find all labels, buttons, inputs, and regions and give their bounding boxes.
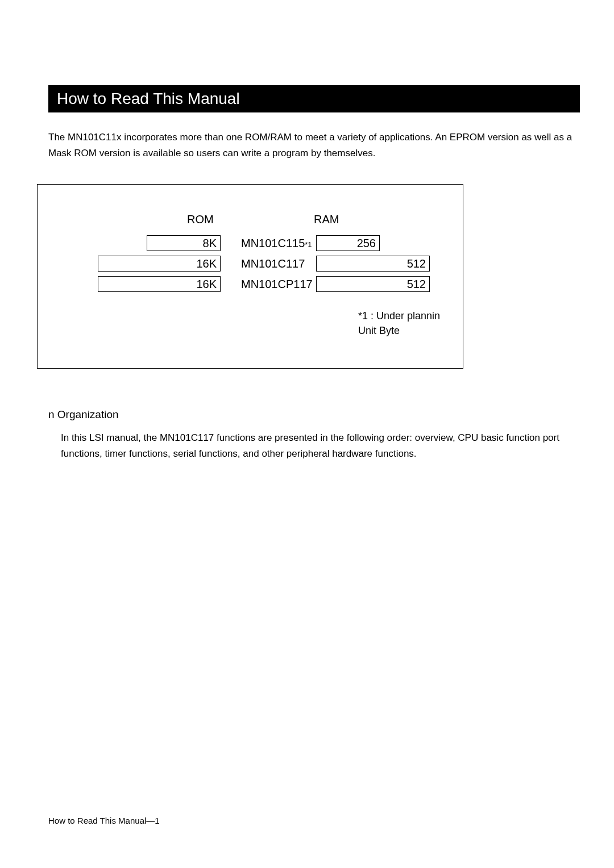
diagram-row: 16K MN101C117 512 bbox=[49, 253, 451, 274]
ram-bar: 512 bbox=[316, 276, 430, 292]
organization-body: In this LSI manual, the MN101C117 functi… bbox=[61, 430, 580, 462]
rom-bar: 16K bbox=[98, 256, 221, 272]
page-footer: How to Read This Manual—1 bbox=[48, 816, 160, 825]
part-number: MN101C117 bbox=[241, 257, 305, 270]
ram-bar: 256 bbox=[316, 235, 380, 251]
footnote-unit: Unit Byte bbox=[358, 325, 440, 337]
part-number: MN101C115*1 bbox=[241, 237, 312, 250]
intro-paragraph: The MN101C11x incorporates more than one… bbox=[48, 130, 580, 161]
diagram-row: 16K MN101CP117 512 bbox=[49, 274, 451, 294]
rom-bar: 8K bbox=[147, 235, 221, 251]
footnote-planning: *1 : Under plannin bbox=[358, 310, 440, 322]
organization-heading: n Organization bbox=[48, 408, 580, 421]
diagram-footnotes: *1 : Under plannin Unit Byte bbox=[358, 310, 440, 340]
ram-header: RAM bbox=[314, 213, 339, 226]
diagram-row: 8K MN101C115*1 256 bbox=[49, 233, 451, 253]
footnote-marker: *1 bbox=[305, 240, 312, 249]
rom-bar: 16K bbox=[98, 276, 221, 292]
ram-bar: 512 bbox=[316, 256, 430, 272]
part-label: MN101C115 bbox=[241, 237, 305, 249]
part-number: MN101CP117 bbox=[241, 278, 313, 291]
page-title: How to Read This Manual bbox=[48, 85, 580, 112]
memory-diagram: ROM RAM 8K MN101C115*1 256 16K MN101C117… bbox=[37, 184, 463, 369]
rom-header: ROM bbox=[187, 213, 214, 226]
